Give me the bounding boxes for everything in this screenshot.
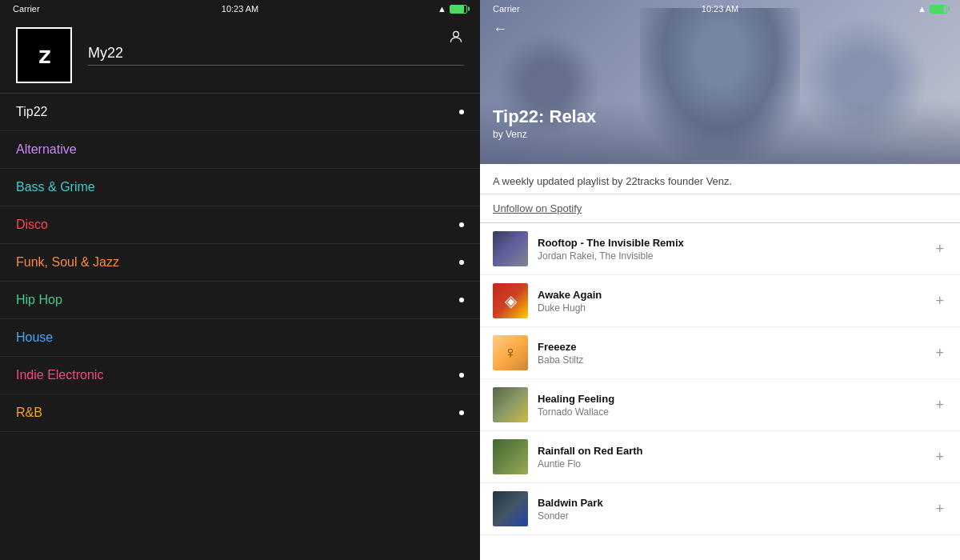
track-title-3: Freeeze bbox=[538, 341, 932, 353]
track-info-2: Awake Again Duke Hugh bbox=[538, 289, 932, 314]
add-track-1[interactable]: + bbox=[932, 238, 947, 261]
playlist-by: by Venz bbox=[493, 129, 596, 140]
track-list: Rooftop - The Invisible Remix Jordan Rak… bbox=[480, 223, 960, 535]
left-status-icons: ▲ bbox=[438, 4, 467, 14]
track-title-6: Baldwin Park bbox=[538, 497, 932, 509]
app-logo: ᴢ bbox=[16, 27, 72, 83]
genre-name: Alternative bbox=[16, 142, 77, 157]
add-track-4[interactable]: + bbox=[932, 394, 947, 417]
right-carrier: Carrier bbox=[493, 4, 520, 14]
playlist-description: A weekly updated playlist by 22tracks fo… bbox=[480, 164, 960, 194]
right-status-icons: ▲ bbox=[918, 4, 947, 14]
track-art-5 bbox=[493, 439, 528, 474]
right-phone: Carrier 10:23 AM ▲ Tip22: Relax by Venz … bbox=[480, 0, 960, 560]
left-phone: Carrier 10:23 AM ▲ ᴢ My22 Tip22 Alternat… bbox=[0, 0, 480, 560]
left-carrier: Carrier bbox=[13, 4, 40, 14]
track-title-1: Rooftop - The Invisible Remix bbox=[538, 237, 932, 249]
back-button[interactable]: ← bbox=[493, 21, 507, 38]
wifi-icon: ▲ bbox=[438, 4, 446, 14]
genre-name: House bbox=[16, 330, 53, 345]
track-title-4: Healing Feeling bbox=[538, 393, 932, 405]
left-header: ᴢ My22 bbox=[0, 18, 480, 94]
left-time: 10:23 AM bbox=[222, 4, 258, 14]
track-art-6 bbox=[493, 491, 528, 526]
battery-icon-right bbox=[930, 5, 947, 14]
track-art-3 bbox=[493, 335, 528, 370]
track-info-5: Rainfall on Red Earth Auntie Flo bbox=[538, 445, 932, 470]
right-time: 10:23 AM bbox=[702, 4, 738, 14]
genre-item-hip-hop[interactable]: Hip Hop bbox=[0, 282, 480, 319]
genre-dot bbox=[459, 110, 464, 114]
left-status-bar: Carrier 10:23 AM ▲ bbox=[0, 0, 480, 18]
track-artist-3: Baba Stiltz bbox=[538, 354, 932, 366]
battery-icon bbox=[450, 5, 467, 14]
genre-name: Funk, Soul & Jazz bbox=[16, 255, 119, 270]
track-item-6[interactable]: Baldwin Park Sonder + bbox=[480, 483, 960, 535]
genre-name: R&B bbox=[16, 406, 42, 420]
genre-item-funk-soul[interactable]: Funk, Soul & Jazz bbox=[0, 244, 480, 282]
genre-name: Hip Hop bbox=[16, 293, 62, 307]
hero-image: Tip22: Relax by Venz ← bbox=[480, 0, 960, 164]
track-info-1: Rooftop - The Invisible Remix Jordan Rak… bbox=[538, 237, 932, 262]
track-artist-4: Tornado Wallace bbox=[538, 406, 932, 418]
track-title-2: Awake Again bbox=[538, 289, 932, 301]
genre-name: Bass & Grime bbox=[16, 180, 95, 194]
genre-item-rnb[interactable]: R&B bbox=[0, 394, 480, 432]
track-title-5: Rainfall on Red Earth bbox=[538, 445, 932, 457]
track-artist-5: Auntie Flo bbox=[538, 458, 932, 470]
track-info-4: Healing Feeling Tornado Wallace bbox=[538, 393, 932, 418]
genre-dot bbox=[459, 298, 464, 302]
my22-label: My22 bbox=[88, 45, 464, 66]
add-track-2[interactable]: + bbox=[932, 290, 947, 313]
genre-item-bass-grime[interactable]: Bass & Grime bbox=[0, 169, 480, 206]
genre-item-indie-electronic[interactable]: Indie Electronic bbox=[0, 357, 480, 394]
svg-point-0 bbox=[454, 31, 459, 37]
track-item-4[interactable]: Healing Feeling Tornado Wallace + bbox=[480, 379, 960, 431]
track-info-3: Freeeze Baba Stiltz bbox=[538, 341, 932, 366]
genre-name: Tip22 bbox=[16, 105, 47, 119]
genre-dot bbox=[459, 260, 464, 265]
track-info-6: Baldwin Park Sonder bbox=[538, 497, 932, 522]
unfollow-button[interactable]: Unfollow on Spotify bbox=[480, 194, 960, 223]
right-content: A weekly updated playlist by 22tracks fo… bbox=[480, 164, 960, 560]
track-art-2 bbox=[493, 283, 528, 318]
hero-title: Tip22: Relax by Venz bbox=[493, 106, 596, 140]
track-item-3[interactable]: Freeeze Baba Stiltz + bbox=[480, 327, 960, 379]
logo-text: ᴢ bbox=[38, 42, 50, 69]
track-item-2[interactable]: Awake Again Duke Hugh + bbox=[480, 275, 960, 327]
add-track-3[interactable]: + bbox=[932, 342, 947, 365]
wifi-icon-right: ▲ bbox=[918, 4, 926, 14]
genre-dot bbox=[459, 222, 464, 227]
playlist-title: Tip22: Relax bbox=[493, 106, 596, 127]
track-item-1[interactable]: Rooftop - The Invisible Remix Jordan Rak… bbox=[480, 223, 960, 275]
track-art-1 bbox=[493, 231, 528, 266]
genre-list: Tip22 Alternative Bass & Grime Disco Fun… bbox=[0, 94, 480, 560]
add-track-6[interactable]: + bbox=[932, 498, 947, 521]
right-status-bar: Carrier 10:23 AM ▲ bbox=[480, 0, 960, 18]
genre-dot bbox=[459, 410, 464, 415]
genre-name: Disco bbox=[16, 218, 48, 232]
track-artist-1: Jordan Rakei, The Invisible bbox=[538, 250, 932, 262]
track-art-4 bbox=[493, 387, 528, 422]
add-track-5[interactable]: + bbox=[932, 446, 947, 469]
track-item-5[interactable]: Rainfall on Red Earth Auntie Flo + bbox=[480, 431, 960, 483]
genre-item-alternative[interactable]: Alternative bbox=[0, 131, 480, 169]
track-artist-2: Duke Hugh bbox=[538, 302, 932, 314]
genre-name: Indie Electronic bbox=[16, 368, 103, 382]
genre-dot bbox=[459, 373, 464, 378]
genre-item-house[interactable]: House bbox=[0, 319, 480, 357]
genre-item-disco[interactable]: Disco bbox=[0, 206, 480, 244]
profile-icon[interactable] bbox=[448, 29, 464, 49]
genre-item-tip22[interactable]: Tip22 bbox=[0, 94, 480, 131]
track-artist-6: Sonder bbox=[538, 510, 932, 522]
